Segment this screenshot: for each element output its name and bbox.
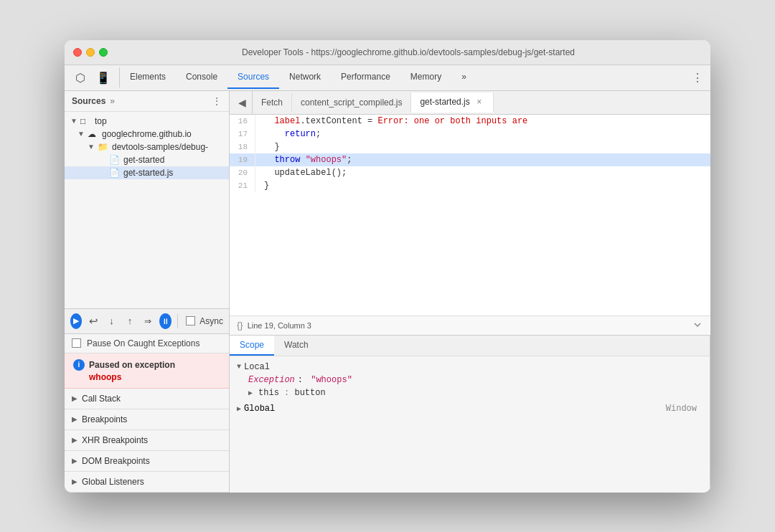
folder-icon: □ <box>80 116 92 126</box>
step-out-btn[interactable]: ↑ <box>123 312 136 331</box>
async-checkbox[interactable] <box>186 316 195 326</box>
scope-local-header[interactable]: ▼ Local <box>237 361 703 374</box>
step-btn[interactable]: ⇒ <box>141 312 155 331</box>
scope-content: ▼ Local Exception : "whoops" ▶ <box>230 356 710 422</box>
device-icon[interactable]: 📱 <box>93 67 113 87</box>
xhr-breakpoints-header[interactable]: ▶ XHR Breakpoints <box>65 430 229 450</box>
step-over-btn[interactable]: ↩ <box>86 312 100 331</box>
toolbar-icons: ⬡ 📱 <box>65 67 120 87</box>
tab-console[interactable]: Console <box>176 66 227 89</box>
braces-icon[interactable]: {} <box>237 320 243 331</box>
tab-sources[interactable]: Sources <box>227 66 279 89</box>
tree-item-label: googlechrome.github.io <box>102 129 192 139</box>
maximize-button[interactable] <box>99 48 108 57</box>
code-content: } <box>255 179 710 192</box>
code-line-18: 18 } <box>230 141 710 153</box>
line-number: 16 <box>230 115 255 128</box>
async-label: Async <box>199 316 223 326</box>
step-into-btn[interactable]: ↓ <box>105 312 118 331</box>
cursor-icon[interactable]: ⬡ <box>70 67 90 87</box>
tree-item-label: get-started <box>123 155 164 165</box>
arrow-icon: ▶ <box>248 389 253 397</box>
call-stack-label: Call Stack <box>82 394 121 404</box>
tree-item-get-started-js[interactable]: 📄 get-started.js <box>65 166 229 179</box>
arrow-icon: ▼ <box>237 363 241 371</box>
breakpoints-label: Breakpoints <box>82 414 127 424</box>
sources-more-btn[interactable]: » <box>110 96 115 106</box>
file-tab-get-started[interactable]: get-started.js × <box>411 92 493 113</box>
scope-panel: Scope Watch ▼ Local Exception : <box>230 336 710 493</box>
scope-global-label: Global <box>244 404 275 414</box>
file-tab-label: Fetch <box>261 98 283 108</box>
status-text: Line 19, Column 3 <box>248 321 311 330</box>
file-tab-label: get-started.js <box>420 97 469 107</box>
scope-exception-row: Exception : "whoops" <box>237 374 703 386</box>
sources-dots-btn[interactable]: ⋮ <box>212 95 222 107</box>
scope-global-value: Window <box>666 404 697 414</box>
tab-elements[interactable]: Elements <box>120 66 176 89</box>
line-number: 21 <box>230 179 255 192</box>
code-line-20: 20 updateLabel(); <box>230 166 710 179</box>
down-arrow-icon[interactable] <box>692 319 703 331</box>
breakpoints-section: ▶ Breakpoints <box>65 409 229 430</box>
line-number: 20 <box>230 166 255 179</box>
arrow-icon: ▼ <box>70 117 78 125</box>
close-tab-icon[interactable]: × <box>474 97 484 107</box>
global-listeners-label: Global Listeners <box>82 477 144 487</box>
pause-btn[interactable]: ⏸ <box>159 313 171 329</box>
async-row: Async <box>186 316 223 326</box>
main-tab-bar: Elements Console Sources Network Perform… <box>120 66 685 89</box>
scope-this-row[interactable]: ▶ this : button <box>237 386 703 399</box>
code-line-21: 21 } <box>230 179 710 192</box>
more-options-icon[interactable]: ⋮ <box>685 65 710 90</box>
xhr-breakpoints-label: XHR Breakpoints <box>82 435 148 445</box>
code-content: updateLabel(); <box>255 166 710 179</box>
line-number: 19 <box>230 153 255 166</box>
file-tab-fetch[interactable]: Fetch <box>253 93 292 112</box>
bottom-panel: Scope Watch ▼ Local Exception : <box>230 335 710 493</box>
back-icon[interactable]: ◀ <box>232 91 253 114</box>
tree-item-get-started[interactable]: 📄 get-started <box>65 153 229 166</box>
code-area[interactable]: 16 label.textContent = Error: one or bot… <box>230 115 710 315</box>
tab-memory[interactable]: Memory <box>400 66 451 89</box>
pause-exceptions-label: Pause On Caught Exceptions <box>87 338 199 348</box>
scope-global-header[interactable]: ▶ Global Window <box>237 402 703 415</box>
js-file-icon: 📄 <box>109 168 121 178</box>
sources-toolbar: Sources » ⋮ <box>65 91 229 112</box>
pause-exceptions-checkbox[interactable] <box>72 338 81 348</box>
tree-item-folder[interactable]: ▼ 📁 devtools-samples/debug- <box>65 141 229 153</box>
global-listeners-section: ▶ Global Listeners <box>65 472 229 493</box>
code-content: throw "whoops"; <box>255 153 710 166</box>
file-tab-label: content_script_compiled.js <box>301 98 402 108</box>
right-panel: ◀ Fetch content_script_compiled.js get-s… <box>230 91 710 493</box>
breakpoints-header[interactable]: ▶ Breakpoints <box>65 409 229 429</box>
dom-breakpoints-header[interactable]: ▶ DOM Breakpoints <box>65 451 229 471</box>
tab-more[interactable]: » <box>451 66 476 89</box>
info-icon: i <box>73 359 85 371</box>
arrow-icon: ▶ <box>72 478 78 485</box>
scope-this-key: this <box>258 388 279 398</box>
tree-item-top[interactable]: ▼ □ top <box>65 115 229 128</box>
top-toolbar: ⬡ 📱 Elements Console Sources Network Per… <box>65 65 710 91</box>
tab-watch[interactable]: Watch <box>274 336 319 356</box>
arrow-icon: ▼ <box>78 130 85 138</box>
tree-item-domain[interactable]: ▼ ☁ googlechrome.github.io <box>65 128 229 141</box>
scope-local-label: Local <box>244 362 270 372</box>
exception-title: i Paused on exception <box>73 359 220 371</box>
file-tab-content-script[interactable]: content_script_compiled.js <box>292 93 411 112</box>
global-listeners-header[interactable]: ▶ Global Listeners <box>65 472 229 492</box>
status-bar: {} Line 19, Column 3 <box>230 315 710 335</box>
tab-performance[interactable]: Performance <box>331 66 400 89</box>
tab-network[interactable]: Network <box>279 66 331 89</box>
call-stack-section: ▶ Call Stack <box>65 389 229 409</box>
scope-exception-value: "whoops" <box>311 375 352 385</box>
scope-exception-key: Exception <box>248 375 295 385</box>
arrow-icon: ▶ <box>72 436 78 444</box>
code-content: label.textContent = Error: one or both i… <box>255 115 710 128</box>
tab-scope[interactable]: Scope <box>230 336 274 356</box>
minimize-button[interactable] <box>86 48 95 57</box>
call-stack-header[interactable]: ▶ Call Stack <box>65 389 229 409</box>
close-button[interactable] <box>73 48 82 57</box>
devtools-window: Developer Tools - https://googlechrome.g… <box>65 40 710 493</box>
resume-btn[interactable]: ▶ <box>70 313 82 329</box>
